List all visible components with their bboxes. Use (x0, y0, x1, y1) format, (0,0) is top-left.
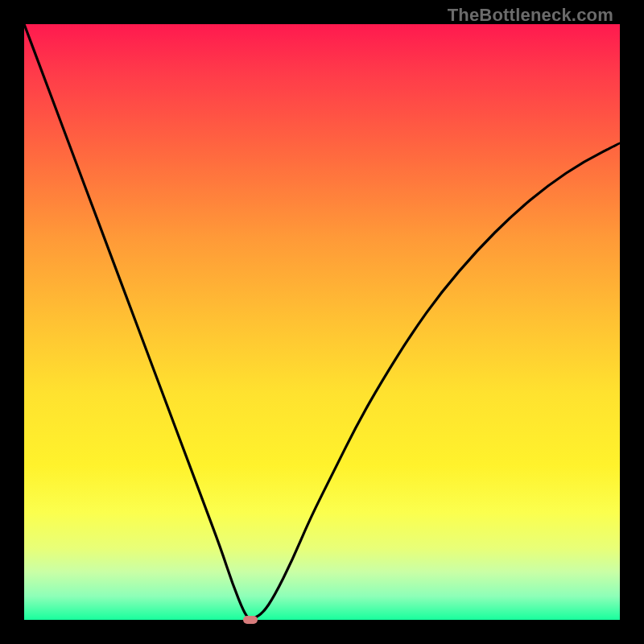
watermark-text: TheBottleneck.com (448, 5, 613, 26)
chart-frame (24, 24, 620, 620)
bottleneck-curve (24, 24, 620, 618)
plot-area (24, 24, 620, 620)
curve-svg (24, 24, 620, 620)
optimum-marker (243, 616, 258, 624)
